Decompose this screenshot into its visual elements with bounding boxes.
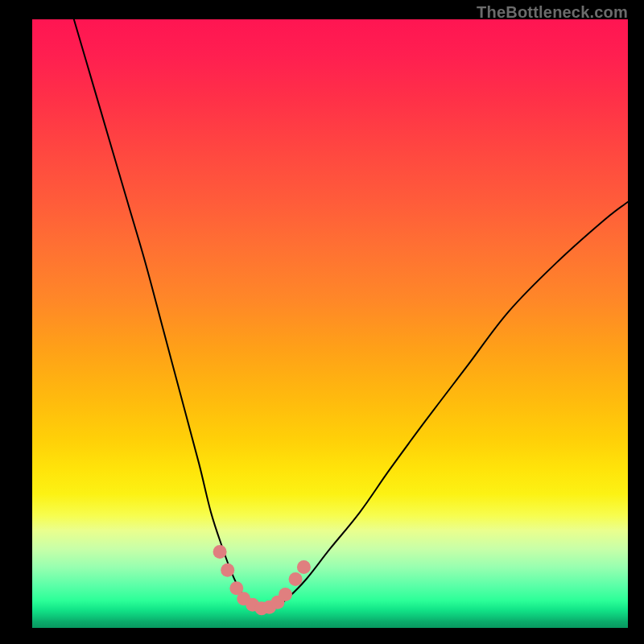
chart-frame: TheBottleneck.com (0, 0, 644, 644)
bottleneck-curve-path (74, 19, 628, 610)
trough-dot (213, 545, 227, 559)
bottleneck-curve (74, 19, 628, 610)
trough-dot (221, 564, 234, 577)
plot-area (32, 19, 628, 628)
trough-dot (289, 572, 303, 586)
trough-dot (279, 588, 292, 601)
curve-layer (32, 19, 628, 628)
watermark-text: TheBottleneck.com (477, 3, 628, 22)
trough-dot (297, 560, 311, 574)
trough-dots (213, 545, 311, 615)
